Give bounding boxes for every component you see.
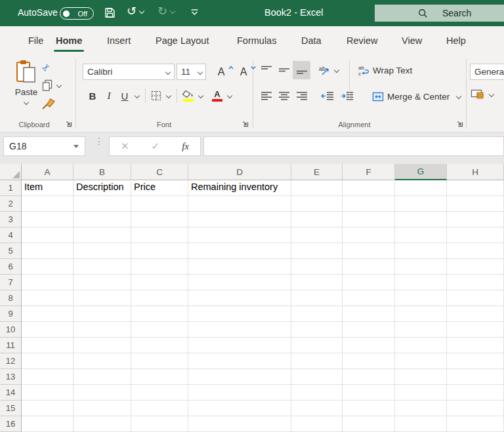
merge-center-chevron-icon[interactable] (455, 94, 462, 100)
accounting-format-button[interactable] (471, 88, 495, 100)
cell-E13[interactable] (291, 369, 343, 385)
cell-G15[interactable] (395, 401, 447, 416)
cell-A11[interactable] (22, 338, 74, 353)
cell-C16[interactable] (131, 416, 188, 432)
cell-F12[interactable] (343, 353, 395, 369)
cell-F5[interactable] (343, 243, 395, 259)
decrease-indent-button[interactable] (320, 91, 335, 102)
row-header-8[interactable]: 8 (0, 290, 22, 306)
tab-page-layout[interactable]: Page Layout (148, 26, 217, 55)
cell-A3[interactable] (22, 212, 74, 227)
cell-G5[interactable] (395, 243, 447, 259)
align-center-button[interactable] (275, 87, 293, 106)
borders-button[interactable] (150, 90, 162, 102)
cell-C12[interactable] (131, 353, 188, 369)
tab-insert[interactable]: Insert (99, 26, 138, 55)
cell-E15[interactable] (291, 401, 343, 416)
underline-dropdown-chevron-icon[interactable] (134, 93, 140, 99)
cell-D5[interactable] (188, 243, 291, 259)
cell-C9[interactable] (131, 306, 188, 322)
cell-E1[interactable] (291, 180, 343, 196)
cell-F8[interactable] (343, 290, 395, 306)
cell-B15[interactable] (74, 401, 131, 416)
alignment-dialog-launcher-icon[interactable] (455, 119, 464, 128)
cell-C5[interactable] (131, 243, 188, 259)
cell-D6[interactable] (188, 259, 291, 275)
cell-C10[interactable] (131, 322, 188, 338)
bottom-align-button[interactable] (293, 61, 310, 79)
cell-E3[interactable] (291, 212, 343, 227)
column-header-A[interactable]: A (22, 164, 74, 180)
top-align-button[interactable] (257, 61, 275, 79)
cell-D8[interactable] (188, 290, 291, 306)
cell-D9[interactable] (188, 306, 291, 322)
paste-dropdown-chevron-icon[interactable] (23, 99, 30, 105)
cell-H10[interactable] (447, 322, 504, 338)
copy-button[interactable] (41, 79, 62, 92)
column-header-C[interactable]: C (131, 164, 188, 180)
row-header-14[interactable]: 14 (0, 385, 22, 401)
cell-B13[interactable] (74, 369, 131, 385)
cell-D7[interactable] (188, 275, 291, 290)
cell-E6[interactable] (291, 259, 343, 275)
cell-D14[interactable] (188, 385, 291, 401)
cell-B7[interactable] (74, 275, 131, 290)
select-all-corner[interactable] (0, 164, 22, 180)
cell-G13[interactable] (395, 369, 447, 385)
align-left-button[interactable] (257, 87, 275, 106)
row-header-11[interactable]: 11 (0, 338, 22, 353)
cell-G4[interactable] (395, 227, 447, 243)
cell-D3[interactable] (188, 212, 291, 227)
column-header-D[interactable]: D (188, 164, 291, 180)
cell-G9[interactable] (395, 306, 447, 322)
cell-H3[interactable] (447, 212, 504, 227)
cell-G16[interactable] (395, 416, 447, 432)
font-color-button[interactable]: A (212, 90, 222, 102)
font-dialog-launcher-icon[interactable] (241, 119, 249, 128)
cell-C2[interactable] (131, 196, 188, 212)
column-header-H[interactable]: H (447, 164, 504, 180)
tab-file[interactable]: File (20, 26, 51, 55)
cell-G8[interactable] (395, 290, 447, 306)
row-header-12[interactable]: 12 (0, 353, 22, 369)
row-header-5[interactable]: 5 (0, 243, 22, 259)
orientation-chevron-icon[interactable] (333, 68, 340, 73)
cell-C3[interactable] (131, 212, 188, 227)
bold-button[interactable]: B (85, 90, 100, 102)
cell-F13[interactable] (343, 369, 395, 385)
increase-indent-button[interactable] (339, 91, 355, 102)
cell-C1[interactable]: Price (131, 180, 188, 196)
cell-B1[interactable]: Description (74, 180, 131, 196)
cell-A6[interactable] (22, 259, 74, 275)
cut-button[interactable]: ✂ (42, 62, 51, 73)
cell-C15[interactable] (131, 401, 188, 416)
cell-E11[interactable] (291, 338, 343, 353)
row-header-1[interactable]: 1 (0, 180, 22, 196)
cell-H4[interactable] (447, 227, 504, 243)
undo-button[interactable]: ↺ (127, 5, 145, 17)
cell-H6[interactable] (447, 259, 504, 275)
cell-G6[interactable] (395, 259, 447, 275)
autosave-toggle[interactable]: Off (60, 7, 94, 20)
cell-E7[interactable] (291, 275, 343, 290)
row-header-3[interactable]: 3 (0, 212, 22, 227)
cell-G2[interactable] (395, 196, 447, 212)
row-header-10[interactable]: 10 (0, 322, 22, 338)
formula-bar-grip[interactable]: ⋮ (94, 138, 101, 144)
cell-H15[interactable] (447, 401, 504, 416)
row-header-4[interactable]: 4 (0, 227, 22, 243)
cell-F1[interactable] (343, 180, 395, 196)
cell-F2[interactable] (343, 196, 395, 212)
cell-G14[interactable] (395, 385, 447, 401)
accounting-chevron-icon[interactable] (488, 91, 495, 97)
cell-H8[interactable] (447, 290, 504, 306)
tab-review[interactable]: Review (339, 26, 386, 55)
cell-E10[interactable] (291, 322, 343, 338)
tab-home[interactable]: Home (48, 26, 90, 55)
row-header-13[interactable]: 13 (0, 369, 22, 385)
cell-E4[interactable] (291, 227, 343, 243)
cell-E2[interactable] (291, 196, 343, 212)
cell-C13[interactable] (131, 369, 188, 385)
cell-B12[interactable] (74, 353, 131, 369)
wrap-text-button[interactable]: ab c Wrap Text (358, 65, 412, 76)
